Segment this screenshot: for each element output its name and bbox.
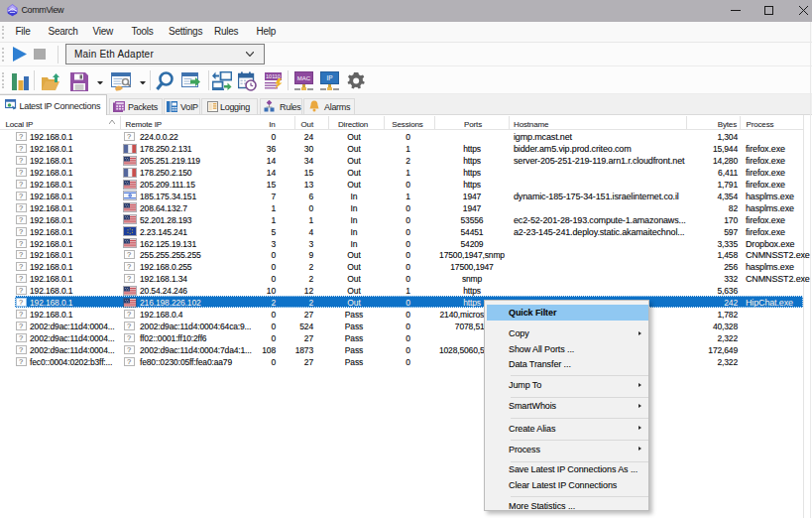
svg-text:MAC: MAC <box>297 75 311 81</box>
svg-text:IP: IP <box>326 74 332 81</box>
